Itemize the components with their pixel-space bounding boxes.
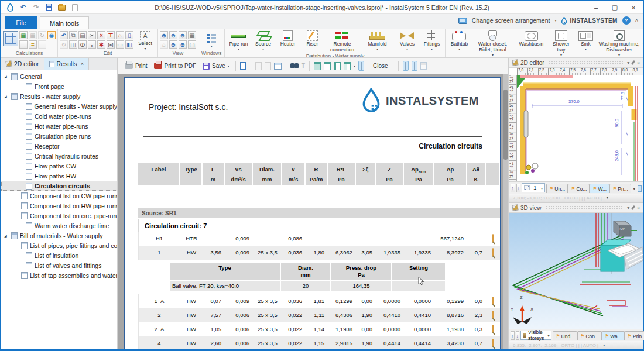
zoom-window-icon[interactable]: ⊖ xyxy=(169,40,177,49)
magnifier-icon[interactable] xyxy=(492,311,494,319)
worksheet-tab[interactable]: ⚑ Pri... xyxy=(609,184,631,193)
open-icon[interactable] xyxy=(57,3,66,12)
drag-texture[interactable] xyxy=(549,60,624,65)
nav-cube-label[interactable]: TOP xyxy=(618,227,625,230)
tree-item[interactable]: List of pipes, pipe fittings and couplin… xyxy=(1,240,117,250)
ribbon-button[interactable]: Washing machine, Dishwasher ▾ xyxy=(598,30,639,57)
tree-item[interactable]: Front page xyxy=(1,81,117,91)
collapse-ribbon-icon[interactable]: ˄ xyxy=(635,18,638,23)
view-whole-page-icon[interactable] xyxy=(314,62,321,70)
view-two-pages-icon[interactable] xyxy=(334,62,341,70)
insert-pump-icon[interactable]: ⌂ xyxy=(116,31,124,39)
storey-select[interactable]: -1 ▾ xyxy=(522,183,545,192)
zoom-page-icon[interactable]: ▢ xyxy=(188,40,196,49)
tree-item[interactable]: List of valves and fittings xyxy=(1,260,117,270)
panel-menu-icon[interactable]: ▾ xyxy=(627,60,629,66)
magnifier-icon[interactable] xyxy=(492,248,494,257)
worksheet-tab[interactable]: ⚑ Prin... xyxy=(625,331,644,340)
tree-item[interactable]: Component list on CW pipe-runs xyxy=(1,191,117,201)
print-pdf-button[interactable]: Print to PDF xyxy=(152,61,198,70)
drag-texture[interactable] xyxy=(546,205,624,210)
tab-2d-editor[interactable]: 2D editor xyxy=(1,58,44,70)
page-setup-icon[interactable] xyxy=(240,62,246,70)
panel-layout2-icon[interactable] xyxy=(412,61,417,71)
tree-item[interactable]: Circulation circuits xyxy=(1,181,117,191)
close-button[interactable]: × xyxy=(624,1,643,13)
worksheet-tab[interactable]: ⚑ Con... xyxy=(577,331,602,340)
tree-item[interactable]: Flow paths CW xyxy=(1,161,117,171)
continuous-view-icon[interactable] xyxy=(358,61,364,71)
ribbon-button[interactable]: Pipe-run ▾ xyxy=(227,30,250,51)
zoom-grid-icon[interactable]: ▦ xyxy=(188,31,196,39)
help-icon[interactable]: ? xyxy=(622,16,631,25)
table-style-icon[interactable] xyxy=(274,63,282,70)
undo-icon[interactable]: ↶ xyxy=(19,3,28,12)
view-multi-pages-icon[interactable] xyxy=(344,62,351,70)
screen-icon[interactable] xyxy=(638,185,642,192)
tree-item[interactable]: Component list on HW pipe-runs xyxy=(1,201,117,211)
2d-drawing[interactable]: 370.0 77,5 90,0 243,0 xyxy=(517,75,643,181)
print-button[interactable]: Print xyxy=(123,61,149,70)
ribbon-button[interactable]: Remote connection xyxy=(325,30,359,53)
copy-icon[interactable]: ⧉ xyxy=(69,31,77,39)
tree-item[interactable]: Results - water supply xyxy=(1,91,117,101)
tree-item[interactable]: General xyxy=(1,71,117,81)
close-tab-icon[interactable]: × xyxy=(81,61,84,67)
magnifier-icon[interactable] xyxy=(492,234,494,243)
undo-edit-icon[interactable]: ↶ xyxy=(60,31,68,39)
ribbon-button[interactable]: Fittings ▾ xyxy=(420,30,443,51)
ribbon-button[interactable]: Heater xyxy=(276,30,299,47)
ribbon-button[interactable]: Shower tray ▾ xyxy=(549,30,573,57)
worksheet-tab[interactable]: ⚑ Co... xyxy=(568,184,590,193)
storey-down-icon[interactable]: ↓ xyxy=(516,331,520,340)
align-v-icon[interactable]: ⵀ xyxy=(78,40,87,49)
redo-icon[interactable]: ↷ xyxy=(32,3,40,12)
chevron-down-icon[interactable]: ▾ xyxy=(354,64,355,68)
close-report-button[interactable]: Close xyxy=(367,61,394,70)
tree-item[interactable]: Receptor xyxy=(1,141,117,151)
pipes-icon[interactable]: = xyxy=(29,40,37,49)
array-icon[interactable]: ▭ xyxy=(116,40,124,49)
expander-icon[interactable] xyxy=(4,94,9,98)
close-door-icon[interactable]: ◧ xyxy=(125,40,133,49)
panel-layout3-icon[interactable] xyxy=(420,62,427,70)
zoom-all-icon[interactable]: ⊕ xyxy=(179,40,187,49)
report-scrollbar[interactable] xyxy=(503,74,508,349)
tree-item[interactable]: General results - Water supply xyxy=(1,101,117,111)
ribbon-button[interactable]: Bathtub ▾ xyxy=(447,30,471,51)
ribbon-button[interactable]: Washbasin xyxy=(514,30,548,47)
pin-icon[interactable] xyxy=(631,205,635,210)
tree-item[interactable]: Component list on circ. pipe-runs xyxy=(1,211,117,221)
2d-canvas-area[interactable]: 7,07,17,27,37,47,57,67,77,87,98,08,1 -2,… xyxy=(509,68,643,181)
chevron-down-icon[interactable]: ▾ xyxy=(554,19,556,22)
worksheet-tab[interactable]: ⚑ Wa... xyxy=(602,331,625,340)
align-h-icon[interactable]: ⵂ xyxy=(88,40,96,49)
ribbon-button[interactable]: Other faucets ▾ xyxy=(640,30,643,51)
expander-icon[interactable] xyxy=(4,74,9,78)
pin-icon[interactable] xyxy=(631,60,635,65)
minimize-button[interactable]: – xyxy=(587,1,605,13)
save-icon[interactable] xyxy=(44,3,53,12)
save-report-button[interactable]: Save▾ xyxy=(201,61,231,71)
explode-icon[interactable]: ✱ xyxy=(97,40,105,49)
zoom-out-icon[interactable]: ⊖ xyxy=(169,31,177,39)
ribbon-button[interactable]: Valves ▾ xyxy=(395,30,419,51)
paste-icon[interactable]: ▤ xyxy=(78,31,87,39)
insert-tee-icon[interactable]: ⊤ xyxy=(107,31,115,39)
expander-icon[interactable] xyxy=(4,233,9,238)
tree-item[interactable]: Hot water pipe-runs xyxy=(1,121,117,131)
3d-canvas-area[interactable]: Z Y X TOP xyxy=(509,213,643,329)
panel-close-icon[interactable]: × xyxy=(637,60,640,66)
find-icon[interactable] xyxy=(290,63,299,68)
windows-list-icon[interactable] xyxy=(205,33,217,44)
magnifier-icon[interactable] xyxy=(492,297,494,305)
ribbon-button[interactable]: Source ▾ xyxy=(251,30,275,51)
view-page-width-icon[interactable] xyxy=(324,62,331,70)
tree-item[interactable]: List of tap assemblies and water outlet … xyxy=(1,270,117,280)
panel-close-icon[interactable]: × xyxy=(637,205,640,211)
magnifier-icon[interactable] xyxy=(492,325,494,333)
panel-layout1-icon[interactable] xyxy=(403,61,409,71)
panel-menu-icon[interactable]: ▾ xyxy=(627,205,629,211)
worksheet-tab[interactable]: ⚑ W... xyxy=(590,184,609,193)
change-screen-arrangement[interactable]: Change screen arrangement xyxy=(472,17,550,24)
